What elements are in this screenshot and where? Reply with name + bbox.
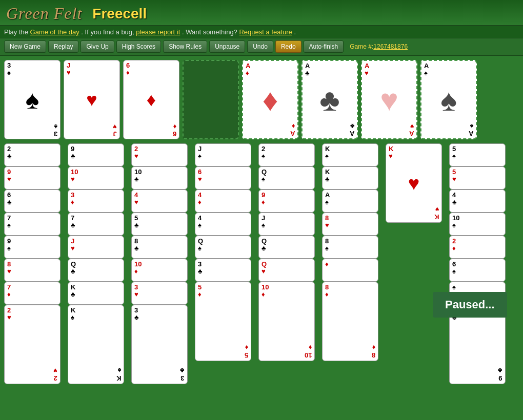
card-col8-2[interactable]: 5♥ — [449, 166, 506, 190]
card-col8-4[interactable]: 10♠ — [449, 213, 506, 236]
card-col4-3[interactable]: 4♦ — [195, 190, 251, 213]
card-col8-5[interactable]: 2♦ — [449, 236, 506, 259]
card-col1-2[interactable]: 9♥ — [4, 166, 61, 190]
card-col2-3[interactable]: 3♦ — [68, 190, 124, 213]
card-col4-5[interactable]: Q♠ — [195, 236, 251, 259]
card-col6-2[interactable]: K♣ — [322, 166, 378, 190]
card-col6-6[interactable]: ♦ — [322, 259, 378, 282]
card-col8-3[interactable]: 4♣ — [449, 190, 506, 213]
freecell-3[interactable]: 6♦ ♦ 6♦ — [123, 60, 179, 139]
replay-button[interactable]: Replay — [48, 40, 78, 53]
freecell-2[interactable]: J♥ ♥ J♥ — [64, 60, 120, 139]
card-col3-7[interactable]: 3♥ — [131, 282, 188, 305]
auto-finish-button[interactable]: Auto-finish — [304, 40, 344, 53]
card-col5-2[interactable]: Q♠ — [258, 166, 315, 190]
column-7: K♥ ♥ K♥ — [386, 143, 446, 384]
card-col3-4[interactable]: 5♣ — [131, 213, 188, 236]
freecell-1[interactable]: 3♠ ♠ 3♠ — [4, 60, 61, 139]
card-col7-1[interactable]: K♥ ♥ K♥ — [386, 143, 442, 223]
game-number-link[interactable]: 1267481876 — [373, 43, 408, 50]
card-col2-1[interactable]: 9♣ — [68, 143, 124, 166]
card-col3-6[interactable]: 10♦ — [131, 259, 188, 282]
card-col2-6[interactable]: Q♣ — [68, 259, 124, 282]
info-text3: . Want something? — [182, 28, 239, 36]
info-text2: . If you find a bug, — [81, 28, 136, 36]
card-col2-4[interactable]: 7♣ — [68, 213, 124, 236]
high-scores-button[interactable]: High Scores — [116, 40, 161, 53]
show-rules-button[interactable]: Show Rules — [163, 40, 207, 53]
card-col5-6[interactable]: Q♥ — [258, 259, 315, 282]
card-col6-7[interactable]: 8♦ 8♦ — [322, 282, 378, 361]
game-title: Freecell — [92, 6, 147, 22]
foundation-1[interactable]: A♦ ♦ A♦ — [242, 60, 298, 139]
card-col3-5[interactable]: 8♣ — [131, 236, 188, 259]
card-col5-7[interactable]: 10♦ 10♦ — [258, 282, 315, 361]
column-3: 2♥ 10♣ 4♥ 5♣ 8♣ 10♦ 3♥ 3♣ 3♣ — [131, 143, 192, 384]
card-col3-8[interactable]: 3♣ 3♣ — [131, 305, 188, 384]
toolbar: New Game Replay Give Up High Scores Show… — [0, 38, 523, 56]
column-8: 5♠ 5♥ 4♣ 10♠ 2♦ 6♠ ♠ 9♣ 9♣ — [449, 143, 510, 384]
card-col4-1[interactable]: J♠ — [195, 143, 251, 166]
card-col3-2[interactable]: 10♣ — [131, 166, 188, 190]
card-col8-1[interactable]: 5♠ — [449, 143, 506, 166]
column-5: 2♠ Q♠ 9♦ J♠ Q♣ Q♥ 10♦ 10♦ Paused... — [258, 143, 319, 384]
game-of-day-link[interactable]: Game of the day — [30, 28, 79, 36]
card-col3-1[interactable]: 2♥ — [131, 143, 188, 166]
card-col6-4[interactable]: 8♥ — [322, 213, 378, 236]
card-col6-3[interactable]: A♠ — [322, 190, 378, 213]
card-col1-4[interactable]: 7♠ — [4, 213, 61, 236]
card-col2-5[interactable]: J♥ — [68, 236, 124, 259]
request-feature-link[interactable]: Request a feature — [239, 28, 292, 36]
card-col4-6[interactable]: 3♣ — [195, 259, 251, 282]
card-col5-1[interactable]: 2♠ — [258, 143, 315, 166]
top-area: 3♠ ♠ 3♠ J♥ ♥ J♥ 6♦ ♦ 6♦ A♦ ♦ A♦ A♣ ♣ A♣ … — [0, 56, 523, 141]
card-col6-1[interactable]: K♠ — [322, 143, 378, 166]
card-col1-7[interactable]: 7♦ — [4, 282, 61, 305]
card-col4-4[interactable]: 4♠ — [195, 213, 251, 236]
foundation-4[interactable]: A♠ ♠ A♠ — [420, 60, 477, 139]
redo-button[interactable]: Redo — [275, 40, 301, 53]
info-bar: Play the Game of the day . If you find a… — [0, 26, 523, 38]
column-6: K♠ K♣ A♠ 8♥ 8♠ ♦ 8♦ 8♦ — [322, 143, 383, 384]
give-up-button[interactable]: Give Up — [81, 40, 114, 53]
info-text4: . — [294, 28, 296, 36]
card-col5-5[interactable]: Q♣ — [258, 236, 315, 259]
game-number-label: Game #:1267481876 — [350, 43, 408, 50]
report-bug-link[interactable]: please report it — [136, 28, 180, 36]
paused-overlay: Paused... — [433, 292, 507, 318]
columns-area: 2♣ 9♥ 6♣ 7♠ 9♠ 8♥ 7♦ 2♥ 2♥ 9♣ 10♥ 3♦ 7♣ … — [0, 141, 523, 388]
card-col5-4[interactable]: J♠ — [258, 213, 315, 236]
column-1: 2♣ 9♥ 6♣ 7♠ 9♠ 8♥ 7♦ 2♥ 2♥ — [4, 143, 65, 384]
app-logo: Green Felt — [6, 4, 82, 23]
card-col5-3[interactable]: 9♦ — [258, 190, 315, 213]
card-col1-1[interactable]: 2♣ — [4, 143, 61, 166]
card-col2-7[interactable]: K♣ — [68, 282, 124, 305]
new-game-button[interactable]: New Game — [4, 40, 46, 53]
foundation-2[interactable]: A♣ ♣ A♣ — [301, 60, 358, 139]
card-col3-3[interactable]: 4♥ — [131, 190, 188, 213]
card-col4-7[interactable]: 5♦ 5♦ — [195, 282, 251, 361]
card-col2-2[interactable]: 10♥ — [68, 166, 124, 190]
card-col1-6[interactable]: 8♥ — [4, 259, 61, 282]
card-col1-3[interactable]: 6♣ — [4, 190, 61, 213]
foundation-3[interactable]: A♥ ♥ A♥ — [361, 60, 417, 139]
card-col6-5[interactable]: 8♠ — [322, 236, 378, 259]
card-col2-8[interactable]: K♠ K♠ — [68, 305, 124, 384]
card-col8-6[interactable]: 6♠ — [449, 259, 506, 282]
undo-button[interactable]: Undo — [247, 40, 273, 53]
column-4: J♠ 6♥ 4♦ 4♠ Q♠ 3♣ 5♦ 5♦ — [195, 143, 255, 384]
unpause-button[interactable]: Unpause — [209, 40, 245, 53]
freecell-4[interactable] — [183, 60, 239, 139]
card-col1-8[interactable]: 2♥ 2♥ — [4, 305, 61, 384]
column-2: 9♣ 10♥ 3♦ 7♣ J♥ Q♣ K♣ K♠ K♠ — [68, 143, 128, 384]
card-col1-5[interactable]: 9♠ — [4, 236, 61, 259]
card-col4-2[interactable]: 6♥ — [195, 166, 251, 190]
info-text1: Play the — [4, 28, 30, 36]
